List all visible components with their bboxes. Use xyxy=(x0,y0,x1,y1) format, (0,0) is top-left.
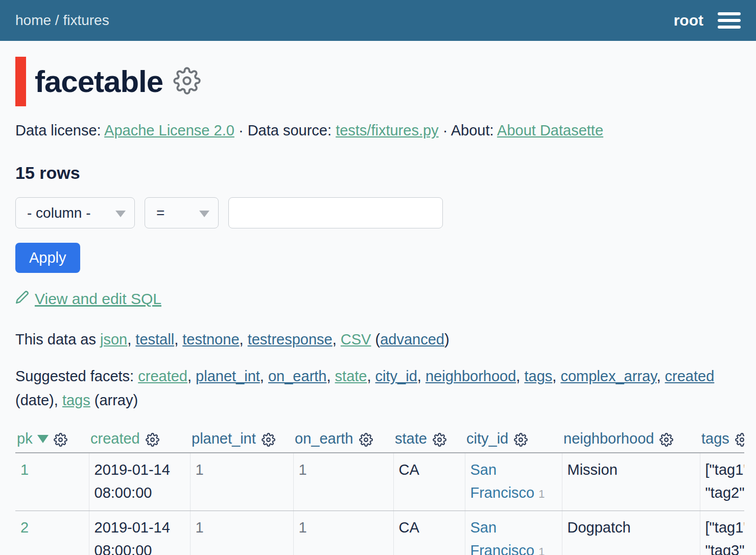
text-segment: , xyxy=(326,368,335,384)
link-neighborhood[interactable]: neighborhood xyxy=(426,368,516,384)
column-header-link-city-id[interactable]: city_id xyxy=(466,430,508,447)
cell-neighborhood: Dogpatch xyxy=(562,511,700,555)
link-testresponse[interactable]: testresponse xyxy=(248,331,333,348)
link-json[interactable]: json xyxy=(100,331,127,348)
text-segment: · xyxy=(439,122,451,138)
text-segment: , xyxy=(260,368,268,384)
text-segment: , xyxy=(552,368,560,384)
hamburger-menu-icon[interactable] xyxy=(718,10,741,31)
link-apache-license-2-0[interactable]: Apache License 2.0 xyxy=(104,122,234,138)
link-created[interactable]: created xyxy=(665,368,715,384)
column-header-planet-int: planet_int xyxy=(190,427,293,453)
link-fixtures[interactable]: fixtures xyxy=(63,12,109,28)
topbar-right: root xyxy=(674,10,741,31)
export-links-line: This data as json, testall, testnone, te… xyxy=(15,329,741,350)
column-header-link-created[interactable]: created xyxy=(90,430,140,447)
link-csv[interactable]: CSV xyxy=(341,331,371,348)
row-count: 15 rows xyxy=(15,163,741,183)
link-testall[interactable]: testall xyxy=(135,331,174,348)
column-header-link-tags[interactable]: tags xyxy=(701,430,729,447)
column-header-link-state[interactable]: state xyxy=(395,430,427,447)
table-row: 22019-01-14 08:00:0011CASan Francisco1Do… xyxy=(15,511,744,555)
cell-planet-int: 1 xyxy=(190,511,293,555)
cell-link-san-francisco[interactable]: San Francisco xyxy=(470,461,535,501)
text-segment: , xyxy=(127,331,135,348)
text-segment: , xyxy=(174,331,182,348)
link-advanced[interactable]: advanced xyxy=(380,331,444,348)
column-header-tags: tags xyxy=(700,427,744,453)
link-home[interactable]: home xyxy=(15,12,51,28)
text-segment: (date), xyxy=(15,392,62,408)
column-gear-icon[interactable] xyxy=(659,433,673,447)
cell-count-suffix: 1 xyxy=(538,545,545,555)
results-table-wrapper: pkcreated planet_int on_earth state city… xyxy=(15,427,744,555)
column-header-link-pk[interactable]: pk xyxy=(17,430,33,447)
table-settings-gear-icon[interactable] xyxy=(173,67,201,97)
cell-value: ["tag1", "tag3"] xyxy=(705,519,745,555)
pencil-icon xyxy=(15,290,29,308)
text-segment: Suggested facets: xyxy=(15,368,138,384)
cell-link-san-francisco[interactable]: San Francisco xyxy=(470,519,535,555)
text-segment: , xyxy=(367,368,375,384)
column-gear-icon[interactable] xyxy=(54,433,67,447)
table-body: 12019-01-14 08:00:0011CASan Francisco1Mi… xyxy=(15,453,744,555)
cell-link-2[interactable]: 2 xyxy=(20,519,29,536)
link-tags[interactable]: tags xyxy=(62,392,90,408)
link-created[interactable]: created xyxy=(138,368,187,384)
column-header-link-neighborhood[interactable]: neighborhood xyxy=(563,430,654,447)
cell-value: Mission xyxy=(568,461,618,478)
link-on-earth[interactable]: on_earth xyxy=(268,368,327,384)
filter-column-select[interactable]: - column - xyxy=(15,197,135,228)
text-segment: , xyxy=(187,368,196,384)
cell-count-suffix: 1 xyxy=(538,488,545,500)
column-header-neighborhood: neighborhood xyxy=(562,427,700,453)
text-segment: ( xyxy=(371,331,380,348)
filter-column-selected-value: - column - xyxy=(27,205,90,221)
column-gear-icon[interactable] xyxy=(146,433,159,447)
filter-value-input[interactable] xyxy=(228,197,443,228)
apply-button[interactable]: Apply xyxy=(15,243,80,273)
filter-operator-select[interactable]: = xyxy=(145,197,219,228)
column-header-state: state xyxy=(393,427,465,453)
cell-tags: ["tag1", "tag2"] xyxy=(700,453,744,511)
cell-value: 1 xyxy=(196,519,204,536)
suggested-facets-line: Suggested facets: created, planet_int, o… xyxy=(15,364,741,412)
column-gear-icon[interactable] xyxy=(359,433,373,447)
link-testnone[interactable]: testnone xyxy=(182,331,239,348)
cell-tags: ["tag1", "tag3"] xyxy=(700,511,744,555)
table-row: 12019-01-14 08:00:0011CASan Francisco1Mi… xyxy=(15,453,744,511)
cell-value: Dogpatch xyxy=(568,519,631,536)
cell-link-1[interactable]: 1 xyxy=(20,461,29,478)
link-city-id[interactable]: city_id xyxy=(375,368,417,384)
view-edit-sql-link[interactable]: View and edit SQL xyxy=(35,290,161,308)
text-segment: About: xyxy=(451,122,497,138)
sql-link-row: View and edit SQL xyxy=(15,290,741,308)
cell-created: 2019-01-14 08:00:00 xyxy=(89,453,190,511)
column-gear-icon[interactable] xyxy=(433,433,446,447)
text-segment: Data license: xyxy=(15,122,104,138)
link-complex-array[interactable]: complex_array xyxy=(560,368,656,384)
link-tags[interactable]: tags xyxy=(524,368,552,384)
column-header-pk: pk xyxy=(15,427,89,453)
cell-city-id: San Francisco1 xyxy=(465,511,562,555)
cell-neighborhood: Mission xyxy=(562,453,700,511)
user-menu-root[interactable]: root xyxy=(674,12,703,29)
text-segment: ) xyxy=(444,331,450,348)
text-segment: , xyxy=(333,331,341,348)
cell-on-earth: 1 xyxy=(293,511,393,555)
cell-value: 2019-01-14 08:00:00 xyxy=(94,519,170,555)
column-gear-icon[interactable] xyxy=(262,433,275,447)
column-header-link-planet-int[interactable]: planet_int xyxy=(192,430,256,447)
cell-on-earth: 1 xyxy=(293,453,393,511)
column-header-created: created xyxy=(89,427,190,453)
link-tests-fixtures-py[interactable]: tests/fixtures.py xyxy=(336,122,438,138)
breadcrumb: home / fixtures xyxy=(15,12,109,29)
link-about-datasette[interactable]: About Datasette xyxy=(497,122,603,138)
link-planet-int[interactable]: planet_int xyxy=(196,368,260,384)
metadata-line: Data license: Apache License 2.0 · Data … xyxy=(15,120,741,141)
column-header-link-on-earth[interactable]: on_earth xyxy=(295,430,353,447)
column-gear-icon[interactable] xyxy=(514,433,528,447)
link-state[interactable]: state xyxy=(335,368,367,384)
column-gear-icon[interactable] xyxy=(735,433,744,447)
text-segment: , xyxy=(516,368,524,384)
